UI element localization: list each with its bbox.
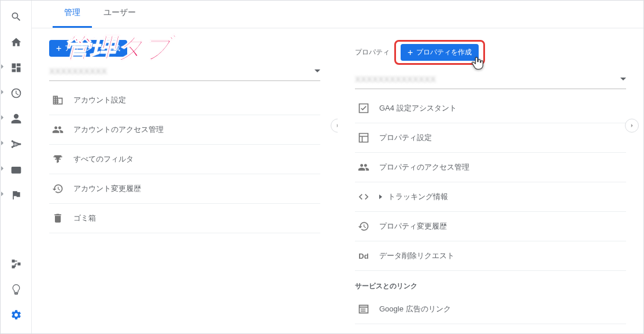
- dropdown-arrow-icon: [314, 69, 320, 72]
- highlight-box: + プロパティを作成: [394, 40, 485, 65]
- trash-label: ゴミ箱: [73, 213, 96, 223]
- property-selector-value: XXXXXXXXXXXXXX: [355, 74, 436, 84]
- create-account-label: アカウントを作成: [65, 43, 120, 53]
- caret-icon: [1, 141, 3, 145]
- checkbox-icon: [357, 102, 370, 115]
- column-swap-button[interactable]: [331, 119, 338, 133]
- account-menu: アカウント設定 アカウントのアクセス管理 すべてのフィルタ アカウント変更履歴: [49, 86, 320, 233]
- caret-icon: [1, 90, 3, 94]
- data-deletion[interactable]: Dd データ削除リクエスト: [355, 241, 626, 271]
- tracking-info-label: トラッキング情報: [388, 192, 448, 202]
- ga4-assistant-label: GA4 設定アシスタント: [379, 103, 457, 113]
- main-area: 管理 ユーザー 管理タブ + アカウントを作成 XXXXXXXXXX: [32, 1, 643, 333]
- admin-gear-icon[interactable]: [9, 308, 23, 322]
- column-swap-button-right[interactable]: [625, 119, 639, 133]
- account-selector[interactable]: XXXXXXXXXX: [49, 61, 320, 81]
- property-access[interactable]: プロパティのアクセス管理: [355, 153, 626, 182]
- caret-icon: [1, 115, 3, 120]
- conversions-icon[interactable]: [9, 163, 23, 177]
- account-history-label: アカウント変更履歴: [73, 183, 141, 194]
- app-frame: 管理 ユーザー 管理タブ + アカウントを作成 XXXXXXXXXX: [0, 0, 644, 334]
- account-settings[interactable]: アカウント設定: [49, 86, 320, 115]
- ga4-assistant[interactable]: GA4 設定アシスタント: [355, 94, 626, 123]
- adsense-link[interactable]: AdSense のリンク: [355, 324, 626, 333]
- account-selector-value: XXXXXXXXXX: [49, 66, 107, 76]
- create-property-label: プロパティを作成: [416, 47, 472, 57]
- layout-icon: [357, 131, 370, 144]
- account-access-label: アカウントのアクセス管理: [73, 124, 164, 135]
- expand-caret-icon: [379, 194, 382, 199]
- data-deletion-label: データ削除リクエスト: [379, 251, 454, 261]
- caret-icon: [1, 192, 3, 196]
- caret-icon: [1, 166, 3, 171]
- admin-tabs: 管理 ユーザー: [32, 1, 643, 28]
- create-property-button[interactable]: + プロパティを作成: [401, 44, 479, 61]
- tracking-info[interactable]: トラッキング情報: [355, 182, 626, 212]
- home-icon[interactable]: [9, 35, 23, 49]
- property-history[interactable]: プロパティ変更履歴: [355, 212, 626, 241]
- property-settings-label: プロパティ設定: [379, 133, 432, 143]
- property-menu: GA4 設定アシスタント プロパティ設定 プロパティのアクセス管理 トラッキング…: [355, 94, 626, 333]
- code-icon: [357, 190, 370, 203]
- svg-point-4: [12, 260, 14, 262]
- dropdown-arrow-icon: [620, 78, 626, 80]
- history-icon: [357, 220, 370, 233]
- property-settings[interactable]: プロパティ設定: [355, 123, 626, 153]
- account-settings-label: アカウント設定: [73, 95, 126, 105]
- all-filters[interactable]: すべてのフィルタ: [49, 145, 320, 174]
- tab-users[interactable]: ユーザー: [92, 1, 147, 28]
- property-header: プロパティ + プロパティを作成: [355, 40, 626, 65]
- link-icon: [357, 303, 370, 315]
- svg-rect-3: [11, 167, 21, 174]
- plus-icon: +: [408, 48, 413, 57]
- create-account-button[interactable]: + アカウントを作成: [49, 40, 127, 57]
- caret-icon: [1, 64, 3, 69]
- building-icon: [51, 94, 64, 107]
- plus-icon: +: [56, 44, 61, 53]
- flag-icon[interactable]: [9, 188, 23, 202]
- behavior-icon[interactable]: [9, 137, 23, 151]
- property-history-label: プロパティ変更履歴: [379, 221, 447, 232]
- audience-icon[interactable]: [9, 112, 23, 126]
- history-icon: [51, 182, 64, 195]
- account-access[interactable]: アカウントのアクセス管理: [49, 115, 320, 145]
- link-icon: [357, 332, 370, 333]
- google-ads-link-label: Google 広告のリンク: [379, 304, 451, 314]
- property-title: プロパティ: [355, 47, 390, 57]
- trash-icon: [51, 212, 64, 225]
- property-selector[interactable]: XXXXXXXXXXXXXX: [355, 69, 626, 89]
- account-header: + アカウントを作成: [49, 40, 320, 57]
- trash[interactable]: ゴミ箱: [49, 204, 320, 233]
- left-nav-rail: [1, 1, 32, 333]
- tab-admin[interactable]: 管理: [53, 1, 92, 28]
- clock-icon[interactable]: [9, 86, 23, 100]
- all-filters-label: すべてのフィルタ: [73, 154, 134, 164]
- property-access-label: プロパティのアクセス管理: [379, 162, 469, 172]
- discover-icon[interactable]: [9, 282, 23, 296]
- people-icon: [357, 161, 370, 174]
- property-column: プロパティ + プロパティを作成 XXXXXXXXXXXXXX: [338, 28, 643, 333]
- account-history[interactable]: アカウント変更履歴: [49, 174, 320, 204]
- search-icon[interactable]: [9, 10, 23, 24]
- links-section-title: サービスとのリンク: [355, 271, 626, 295]
- google-ads-link[interactable]: Google 広告のリンク: [355, 295, 626, 324]
- dd-icon: Dd: [357, 249, 370, 262]
- people-icon: [51, 123, 64, 136]
- dashboard-icon[interactable]: [9, 61, 23, 75]
- cursor-hand-icon: [469, 55, 486, 71]
- account-column: + アカウントを作成 XXXXXXXXXX アカウント設定 アカウントの: [32, 28, 338, 333]
- svg-point-6: [18, 263, 20, 265]
- admin-columns: + アカウントを作成 XXXXXXXXXX アカウント設定 アカウントの: [32, 28, 643, 333]
- attribution-icon[interactable]: [9, 257, 23, 271]
- filter-icon: [51, 153, 64, 166]
- svg-point-5: [12, 266, 14, 267]
